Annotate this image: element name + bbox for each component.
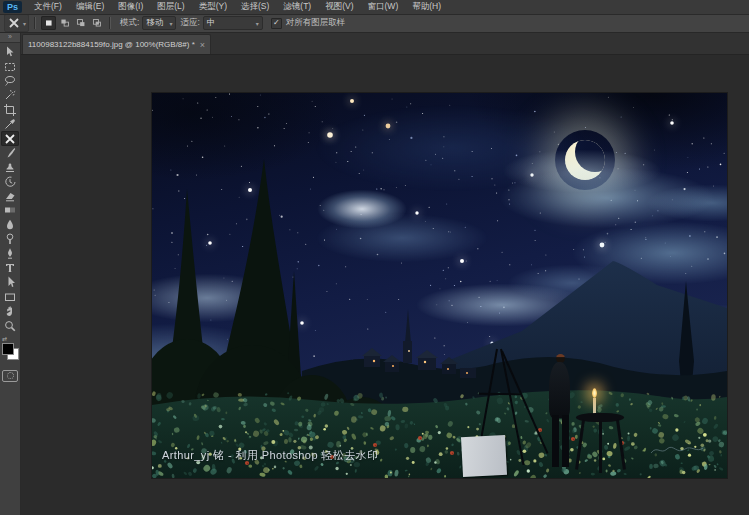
stool-leg — [599, 421, 602, 473]
adaptation-select[interactable]: 中 ▾ — [203, 16, 263, 30]
document-tab[interactable]: 1100983122b884159fo.jpg @ 100%(RGB/8#) *… — [22, 34, 211, 54]
mode-label: 模式: — [120, 17, 139, 29]
painter-leg — [562, 415, 569, 467]
eraser-tool[interactable] — [1, 189, 19, 203]
clone-stamp-tool[interactable] — [1, 160, 19, 174]
sample-all-layers-label: 对所有图层取样 — [286, 17, 346, 29]
content-aware-move-tool-icon — [7, 16, 21, 30]
tools-panel: » ⇄ — [0, 32, 21, 515]
zoom-tool[interactable] — [1, 318, 19, 332]
painter-figure — [549, 362, 570, 418]
options-bar: ▾ 模式: 移动 ▾ 适应: 中 ▾ ✓ 对所有图层取样 — [0, 14, 749, 33]
mode-select[interactable]: 移动 ▾ — [142, 16, 176, 30]
pen-tool[interactable] — [1, 246, 19, 260]
toolbar-collapse-icon[interactable]: » — [0, 32, 20, 43]
adaptation-label: 适应: — [180, 17, 199, 29]
swap-colors-icon[interactable]: ⇄ — [2, 336, 7, 342]
subtract-from-selection-button[interactable] — [73, 16, 88, 30]
menu-bar: Ps 文件(F)编辑(E)图像(I)图层(L)类型(Y)选择(S)滤镜(T)视图… — [0, 0, 749, 15]
menu-filter[interactable]: 滤镜(T) — [277, 0, 317, 14]
adaptation-value: 中 — [207, 17, 216, 29]
document-title: 1100983122b884159fo.jpg @ 100%(RGB/8#) * — [28, 40, 195, 49]
new-selection-button[interactable] — [41, 16, 56, 30]
chevron-down-icon: ▾ — [23, 20, 26, 27]
painter-leg — [552, 415, 559, 467]
intersect-selection-button[interactable] — [89, 16, 104, 30]
menu-image[interactable]: 图像(I) — [112, 0, 149, 14]
photoshop-window: Ps 文件(F)编辑(E)图像(I)图层(L)类型(Y)选择(S)滤镜(T)视图… — [0, 0, 749, 515]
chevron-down-icon: ▾ — [169, 20, 172, 27]
divider — [109, 17, 111, 29]
menu-layer[interactable]: 图层(L) — [151, 0, 190, 14]
quick-selection-tool[interactable] — [1, 88, 19, 102]
hand-tool[interactable] — [1, 304, 19, 318]
quick-mask-icon — [7, 372, 14, 379]
menu-file[interactable]: 文件(F) — [28, 0, 68, 14]
gradient-tool[interactable] — [1, 203, 19, 217]
menu-select[interactable]: 选择(S) — [235, 0, 275, 14]
chevron-down-icon: ▾ — [256, 20, 259, 27]
brush-tool[interactable] — [1, 146, 19, 160]
type-tool[interactable] — [1, 261, 19, 275]
menu-list: 文件(F)编辑(E)图像(I)图层(L)类型(Y)选择(S)滤镜(T)视图(V)… — [28, 0, 447, 14]
artist-signature — [647, 441, 707, 459]
tab-strip: 1100983122b884159fo.jpg @ 100%(RGB/8#) *… — [20, 32, 749, 55]
sample-all-layers-checkbox[interactable]: ✓ — [271, 18, 282, 29]
candle-flame — [592, 388, 597, 398]
move-tool[interactable] — [1, 45, 19, 59]
blur-tool[interactable] — [1, 218, 19, 232]
eyedropper-tool[interactable] — [1, 117, 19, 131]
menu-window[interactable]: 窗口(W) — [362, 0, 405, 14]
content-aware-move-tool[interactable] — [1, 131, 19, 145]
candle — [593, 398, 596, 414]
color-swatches: ⇄ — [1, 336, 19, 364]
mode-value: 移动 — [146, 17, 163, 29]
crop-tool[interactable] — [1, 103, 19, 117]
rectangular-marquee-tool[interactable] — [1, 59, 19, 73]
menu-type[interactable]: 类型(Y) — [193, 0, 233, 14]
quick-mask-button[interactable] — [2, 370, 18, 382]
selection-mode-group — [41, 16, 104, 30]
photoshop-logo-icon[interactable]: Ps — [3, 1, 22, 13]
add-to-selection-button[interactable] — [57, 16, 72, 30]
history-brush-tool[interactable] — [1, 175, 19, 189]
foreground-color-swatch[interactable] — [2, 343, 14, 355]
divider — [34, 17, 36, 29]
tab-close-icon[interactable]: × — [200, 40, 205, 50]
menu-help[interactable]: 帮助(H) — [406, 0, 447, 14]
tool-list — [1, 45, 19, 333]
field-texture — [152, 383, 727, 478]
menu-view[interactable]: 视图(V) — [319, 0, 359, 14]
shape-tool[interactable] — [1, 290, 19, 304]
canvas-area: Arthur_yj 铭 - 利用 Photoshop 轻松去水印 — [20, 54, 749, 515]
tool-preset-picker[interactable]: ▾ — [4, 14, 29, 32]
watermark-text: Arthur_yj 铭 - 利用 Photoshop 轻松去水印 — [162, 448, 378, 463]
easel-canvas — [461, 435, 507, 477]
document-canvas[interactable]: Arthur_yj 铭 - 利用 Photoshop 轻松去水印 — [152, 93, 727, 478]
check-icon: ✓ — [273, 19, 280, 27]
lasso-tool[interactable] — [1, 74, 19, 88]
dodge-tool[interactable] — [1, 232, 19, 246]
menu-edit[interactable]: 编辑(E) — [70, 0, 110, 14]
path-selection-tool[interactable] — [1, 275, 19, 289]
